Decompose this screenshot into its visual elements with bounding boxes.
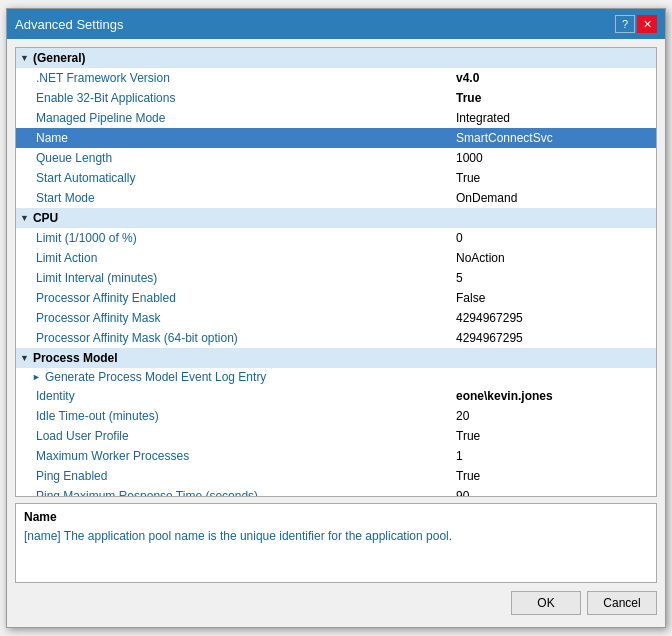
property-name: Idle Time-out (minutes): [36, 409, 448, 423]
property-name: Queue Length: [36, 151, 448, 165]
property-name: Limit Interval (minutes): [36, 271, 448, 285]
table-row[interactable]: Identityeone\kevin.jones: [16, 386, 656, 406]
table-row[interactable]: Limit ActionNoAction: [16, 248, 656, 268]
property-value: 90: [448, 489, 648, 497]
property-name: Limit Action: [36, 251, 448, 265]
property-value: 1: [448, 449, 648, 463]
property-value: 4294967295: [448, 331, 648, 345]
property-value: 1000: [448, 151, 648, 165]
property-value: NoAction: [448, 251, 648, 265]
settings-panel[interactable]: ▼(General).NET Framework Versionv4.0Enab…: [15, 47, 657, 497]
dialog-content: ▼(General).NET Framework Versionv4.0Enab…: [7, 39, 665, 627]
property-value: 5: [448, 271, 648, 285]
advanced-settings-dialog: Advanced Settings ? ✕ ▼(General).NET Fra…: [6, 8, 666, 628]
property-name: Load User Profile: [36, 429, 448, 443]
property-value: 0: [448, 231, 648, 245]
property-name: Ping Enabled: [36, 469, 448, 483]
property-value: Integrated: [448, 111, 648, 125]
table-row[interactable]: Managed Pipeline ModeIntegrated: [16, 108, 656, 128]
expand-icon: ►: [32, 372, 41, 382]
property-name: Enable 32-Bit Applications: [36, 91, 448, 105]
property-name: Limit (1/1000 of %): [36, 231, 448, 245]
section-header-cpu[interactable]: ▼CPU: [16, 208, 656, 228]
ok-button[interactable]: OK: [511, 591, 581, 615]
title-bar: Advanced Settings ? ✕: [7, 9, 665, 39]
close-button[interactable]: ✕: [637, 15, 657, 33]
title-bar-buttons: ? ✕: [615, 15, 657, 33]
property-value: True: [448, 171, 648, 185]
table-row[interactable]: Processor Affinity Mask4294967295: [16, 308, 656, 328]
cancel-button[interactable]: Cancel: [587, 591, 657, 615]
dialog-title: Advanced Settings: [15, 17, 123, 32]
property-value: False: [448, 291, 648, 305]
property-value: eone\kevin.jones: [448, 389, 648, 403]
property-name: Processor Affinity Mask: [36, 311, 448, 325]
property-name: Identity: [36, 389, 448, 403]
property-name: Ping Maximum Response Time (seconds): [36, 489, 448, 497]
property-value: True: [448, 429, 648, 443]
section-header-general[interactable]: ▼(General): [16, 48, 656, 68]
section-label: CPU: [33, 211, 58, 225]
table-row[interactable]: Limit (1/1000 of %)0: [16, 228, 656, 248]
table-row[interactable]: Processor Affinity EnabledFalse: [16, 288, 656, 308]
table-row[interactable]: Idle Time-out (minutes)20: [16, 406, 656, 426]
section-label: (General): [33, 51, 86, 65]
property-name: Processor Affinity Mask (64-bit option): [36, 331, 448, 345]
sub-section-label: Generate Process Model Event Log Entry: [45, 370, 266, 384]
button-row: OK Cancel: [15, 589, 657, 619]
table-row[interactable]: Ping EnabledTrue: [16, 466, 656, 486]
sub-section-row[interactable]: ►Generate Process Model Event Log Entry: [16, 368, 656, 386]
table-row[interactable]: Queue Length1000: [16, 148, 656, 168]
property-name: Name: [36, 131, 448, 145]
help-button[interactable]: ?: [615, 15, 635, 33]
property-name: Processor Affinity Enabled: [36, 291, 448, 305]
table-row[interactable]: Enable 32-Bit ApplicationsTrue: [16, 88, 656, 108]
collapse-icon: ▼: [20, 53, 29, 63]
property-value: OnDemand: [448, 191, 648, 205]
property-name: .NET Framework Version: [36, 71, 448, 85]
section-label: Process Model: [33, 351, 118, 365]
table-row[interactable]: NameSmartConnectSvc: [16, 128, 656, 148]
property-name: Maximum Worker Processes: [36, 449, 448, 463]
section-header-processModel[interactable]: ▼Process Model: [16, 348, 656, 368]
collapse-icon: ▼: [20, 353, 29, 363]
table-row[interactable]: Start AutomaticallyTrue: [16, 168, 656, 188]
table-row[interactable]: Ping Maximum Response Time (seconds)90: [16, 486, 656, 497]
property-value: 4294967295: [448, 311, 648, 325]
property-value: True: [448, 469, 648, 483]
property-name: Managed Pipeline Mode: [36, 111, 448, 125]
table-row[interactable]: Limit Interval (minutes)5: [16, 268, 656, 288]
property-value: 20: [448, 409, 648, 423]
info-panel: Name [name] The application pool name is…: [15, 503, 657, 583]
property-name: Start Automatically: [36, 171, 448, 185]
info-panel-text: [name] The application pool name is the …: [24, 528, 648, 545]
table-row[interactable]: Load User ProfileTrue: [16, 426, 656, 446]
property-value: v4.0: [448, 71, 648, 85]
property-value: SmartConnectSvc: [448, 131, 648, 145]
property-name: Start Mode: [36, 191, 448, 205]
info-panel-title: Name: [24, 510, 648, 524]
table-row[interactable]: Maximum Worker Processes1: [16, 446, 656, 466]
property-value: True: [448, 91, 648, 105]
table-row[interactable]: .NET Framework Versionv4.0: [16, 68, 656, 88]
table-row[interactable]: Start ModeOnDemand: [16, 188, 656, 208]
table-row[interactable]: Processor Affinity Mask (64-bit option)4…: [16, 328, 656, 348]
collapse-icon: ▼: [20, 213, 29, 223]
